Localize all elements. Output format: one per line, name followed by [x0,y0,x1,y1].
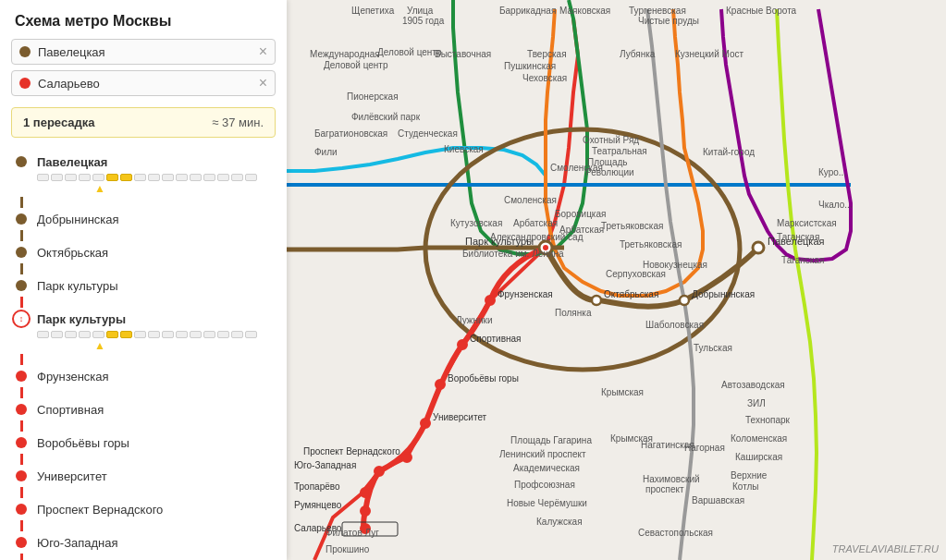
metro-map-svg: Павелецкая Добрынинская Октябрьская Парк… [287,0,946,560]
svg-text:Севастопольская: Севастопольская [638,528,713,538]
to-clear-icon[interactable]: × [259,76,267,91]
wagon [245,174,257,181]
wagon [65,174,77,181]
svg-text:Филатов Луг: Филатов Луг [326,528,379,538]
svg-text:Деловой центр: Деловой центр [324,60,388,70]
wagon [51,331,63,338]
svg-text:Багратионовская: Багратионовская [314,128,387,139]
svg-text:Тургеневская: Тургеневская [629,6,686,16]
wagon [106,331,118,338]
svg-text:Боровицкая: Боровицкая [555,209,606,219]
svg-text:Пионерская: Пионерская [347,91,399,102]
line-connector [20,487,23,498]
station-name: Парк культуры [37,279,118,293]
station-item: Воробьёвы горы [0,432,287,454]
station-dot [16,470,27,481]
wagon [65,331,77,338]
svg-text:Таганская: Таганская [777,232,819,242]
wagon [79,174,91,181]
svg-text:Щепетиха: Щепетиха [351,6,395,16]
wagon [134,174,146,181]
svg-text:Тверская: Тверская [527,49,567,59]
svg-text:Чеховская: Чеховская [522,73,567,83]
wagon [106,174,118,181]
svg-text:Румянцево: Румянцево [294,500,342,510]
station-item: Павелецкая [0,151,287,173]
line-connector [20,230,23,241]
svg-text:Октябрьская: Октябрьская [604,289,658,299]
svg-text:Автозаводская: Автозаводская [721,380,785,390]
wagon [176,174,188,181]
svg-text:Университет: Университет [433,412,487,422]
wagon [231,331,243,338]
sidebar-title: Схема метро Москвы [0,0,287,39]
station-dot [16,371,27,382]
from-clear-icon[interactable]: × [259,44,267,59]
from-input[interactable] [38,45,259,59]
svg-text:Кутузовская: Кутузовская [450,218,502,228]
svg-text:ЗИЛ: ЗИЛ [747,398,766,408]
station-name: Университет [37,469,107,483]
svg-text:Охотный Ряд: Охотный Ряд [583,135,639,145]
station-list: Павелецкая▲ДобрынинскаяОктябрьскаяПарк к… [0,143,287,560]
svg-text:Шаболовская: Шаболовская [645,320,704,330]
svg-text:Котлы: Котлы [732,481,759,492]
station-dot [16,504,27,515]
svg-text:Чкало...: Чкало... [818,200,853,210]
station-dot [16,247,27,258]
line-connector [20,454,23,465]
svg-text:Ленинский проспект: Ленинский проспект [499,449,586,459]
station-dot: ↕ [12,310,31,328]
wagon [203,174,215,181]
svg-text:Площадь: Площадь [587,157,628,167]
line-connector [20,297,23,308]
station-dot [16,437,27,448]
wagon [51,174,63,181]
svg-point-15 [436,380,445,389]
station-dot [16,156,27,167]
line-connector [20,420,23,432]
svg-text:Киевская: Киевская [444,144,484,154]
station-item: Спортивная [0,398,287,420]
station-dot [16,537,27,548]
svg-text:Библиотека им. Ленина: Библиотека им. Ленина [462,249,564,259]
wagon [217,174,229,181]
svg-point-6 [592,296,601,305]
station-name: Фрунзенская [37,370,109,383]
svg-text:Серпуховская: Серпуховская [606,269,666,279]
from-input-row[interactable]: × [11,39,276,65]
svg-text:Добрынинская: Добрынинская [692,289,755,299]
wagon [120,331,132,338]
station-name: Воробьёвы горы [37,436,129,450]
to-input-row[interactable]: × [11,70,276,96]
time-label: ≈ 37 мин. [212,116,264,129]
wagon [190,174,202,181]
station-item: Октябрьская [0,241,287,263]
svg-text:Марксистская: Марксистская [777,218,837,228]
svg-point-4 [680,296,689,305]
station-dot [16,404,27,415]
svg-text:Калужская: Калужская [536,517,583,527]
wagon [162,174,174,181]
svg-text:Фили: Фили [314,147,338,157]
svg-text:Крымская: Крымская [610,433,653,444]
station-name: Павелецкая [37,155,107,169]
svg-text:Верхние: Верхние [731,470,768,481]
svg-text:Юго-Западная: Юго-Западная [294,460,356,470]
map-area: Павелецкая Добрынинская Октябрьская Парк… [287,0,946,560]
svg-text:Театральная: Театральная [592,146,647,156]
line-connector [20,520,23,531]
svg-text:Спортивная: Спортивная [470,334,522,344]
to-input[interactable] [38,77,259,91]
svg-point-11 [485,296,495,305]
svg-text:Международная: Международная [310,49,380,59]
svg-text:Чистые пруды: Чистые пруды [638,16,699,26]
svg-text:Маяковская: Маяковская [559,6,610,16]
svg-text:Революции: Революции [585,167,634,177]
svg-text:Коломенская: Коломенская [731,433,787,444]
from-dot [19,46,31,57]
to-dot [19,78,31,89]
wagon-row [0,330,287,339]
svg-text:Арбатская: Арбатская [559,225,604,235]
svg-text:проспект: проспект [645,484,684,494]
